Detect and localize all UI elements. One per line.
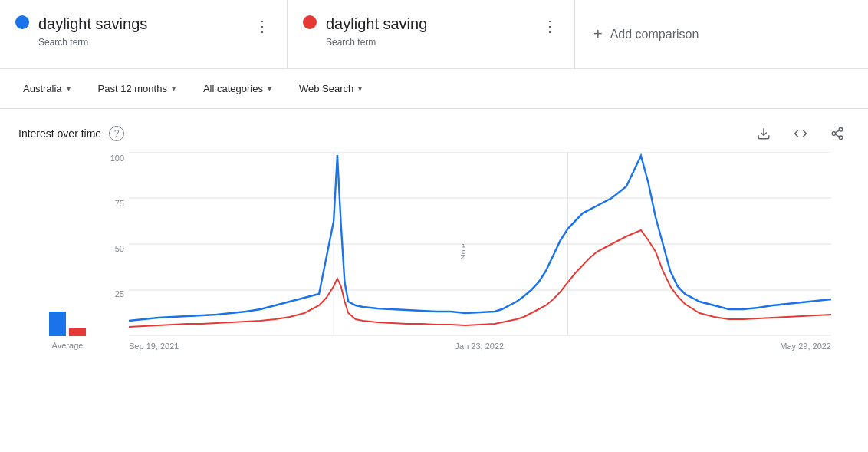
avg-bars: [49, 305, 86, 336]
category-chevron: ▾: [268, 84, 271, 93]
interest-title-group: Interest over time ?: [18, 126, 124, 141]
interest-section: Interest over time ?: [0, 109, 868, 369]
blue-line: [129, 155, 831, 321]
search-type-chevron: ▾: [358, 84, 362, 93]
interest-actions: [751, 121, 850, 146]
svg-line-4: [835, 134, 839, 137]
x-label-3: May 29, 2022: [780, 341, 831, 351]
region-filter[interactable]: Australia ▾: [12, 77, 81, 101]
x-axis-labels: Sep 19, 2021 Jan 23, 2022 May 29, 2022: [98, 338, 831, 351]
term1-type: Search term: [38, 37, 147, 48]
interest-header: Interest over time ?: [18, 121, 850, 146]
y-label-25: 25: [98, 289, 129, 299]
svg-point-2: [832, 132, 836, 136]
x-label-2: Jan 23, 2022: [455, 341, 505, 351]
add-comparison-label: Add comparison: [610, 28, 699, 41]
search-term-item-2: daylight saving Search term ⋮: [288, 0, 575, 68]
filter-bar: Australia ▾ Past 12 months ▾ All categor…: [0, 69, 868, 109]
avg-bar-red: [69, 328, 86, 336]
region-chevron: ▾: [67, 84, 71, 93]
term2-text: daylight saving Search term: [326, 14, 427, 48]
y-label-75: 75: [98, 199, 129, 208]
chart-container: Average 100 75 50 25: [18, 152, 850, 363]
x-label-1: Sep 19, 2021: [129, 341, 179, 351]
add-comparison-plus-icon: +: [593, 25, 603, 43]
chart-note-text: Note: [459, 243, 467, 259]
search-term-item-1: daylight savings Search term ⋮: [0, 0, 288, 68]
term2-menu[interactable]: ⋮: [538, 14, 562, 38]
svg-line-5: [835, 130, 839, 133]
chart-main: 100 75 50 25: [98, 152, 831, 351]
svg-point-1: [839, 128, 843, 132]
add-comparison-button[interactable]: + Add comparison: [575, 0, 868, 68]
y-label-100: 100: [98, 153, 129, 163]
term2-type: Search term: [326, 37, 427, 48]
chart-svg: Note: [129, 152, 831, 336]
category-filter[interactable]: All categories ▾: [192, 77, 282, 101]
embed-icon[interactable]: [788, 121, 813, 146]
search-type-filter[interactable]: Web Search ▾: [288, 77, 373, 101]
download-icon[interactable]: [751, 121, 776, 146]
avg-label: Average: [52, 341, 84, 350]
term1-menu[interactable]: ⋮: [250, 14, 275, 38]
category-label: All categories: [203, 83, 263, 94]
interest-title: Interest over time: [18, 127, 101, 140]
time-filter[interactable]: Past 12 months ▾: [87, 77, 186, 101]
search-terms-bar: daylight savings Search term ⋮ daylight …: [0, 0, 868, 69]
term1-name: daylight savings: [38, 14, 147, 34]
term2-dot: [303, 15, 317, 29]
search-type-label: Web Search: [299, 83, 353, 94]
svg-point-3: [839, 136, 843, 140]
region-label: Australia: [23, 83, 62, 94]
help-icon[interactable]: ?: [109, 126, 124, 141]
time-label: Past 12 months: [98, 83, 167, 94]
chart-average: Average: [37, 152, 98, 351]
term1-dot: [15, 15, 29, 29]
share-icon[interactable]: [825, 121, 850, 146]
term2-name: daylight saving: [326, 14, 427, 34]
term1-text: daylight savings Search term: [38, 14, 147, 48]
time-chevron: ▾: [172, 84, 176, 93]
avg-bar-blue: [49, 312, 66, 336]
y-label-50: 50: [98, 244, 129, 253]
